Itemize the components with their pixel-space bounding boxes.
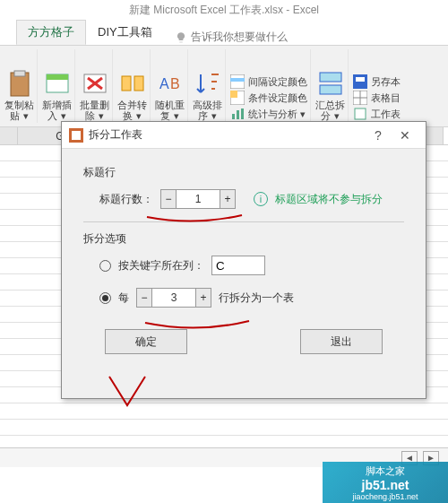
every-rows-stepper: − 3 + bbox=[136, 288, 211, 308]
ribbon-sort-label: 高级排 序 ▾ bbox=[193, 100, 222, 121]
svg-rect-18 bbox=[320, 73, 341, 82]
keyword-column-input[interactable] bbox=[211, 256, 265, 275]
ribbon-interval-color[interactable]: 间隔设定颜色 bbox=[230, 74, 307, 89]
ribbon-right-group: 另存本 表格目 工作表 bbox=[350, 49, 403, 123]
ribbon-split-label: 汇总拆 分 ▾ bbox=[315, 100, 345, 121]
ribbon-tabs: 方方格子 DIY工具箱 告诉我你想要做什么 bbox=[0, 20, 448, 45]
save-icon bbox=[353, 74, 367, 89]
radio-every-rows[interactable] bbox=[99, 292, 111, 304]
svg-rect-19 bbox=[320, 85, 341, 94]
ribbon-color-group: 间隔设定颜色 条件设定颜色 统计与分析 ▾ bbox=[228, 49, 311, 123]
ribbon-advsort[interactable]: 高级排 序 ▾ bbox=[190, 49, 226, 123]
insert-icon bbox=[43, 69, 72, 98]
ribbon-copy-label: 复制粘 贴 ▾ bbox=[4, 100, 34, 121]
stats-icon bbox=[230, 107, 245, 121]
ribbon-worksheet[interactable]: 工作表 bbox=[353, 107, 401, 121]
app-titlebar: 新建 Microsoft Excel 工作表.xlsx - Excel bbox=[0, 0, 448, 20]
svg-rect-15 bbox=[232, 114, 235, 119]
split-worksheet-dialog: 拆分工作表 ? ✕ 标题行 标题行数： − 1 + i 标题区域将不参与拆分 拆… bbox=[61, 121, 426, 399]
section-title-rows: 标题行 bbox=[83, 165, 404, 180]
ribbon-merge[interactable]: 合并转 换 ▾ bbox=[115, 49, 151, 123]
ribbon-tablefmt[interactable]: 表格目 bbox=[353, 91, 401, 105]
every-rows-minus[interactable]: − bbox=[136, 288, 152, 308]
radio-by-keyword[interactable] bbox=[99, 260, 111, 272]
svg-text:A: A bbox=[159, 76, 169, 91]
label-title-rows: 标题行数： bbox=[99, 192, 153, 207]
table-icon bbox=[353, 91, 367, 105]
ribbon-split-sum[interactable]: 汇总拆 分 ▾ bbox=[313, 49, 349, 123]
tab-diy-toolbox[interactable]: DIY工具箱 bbox=[86, 20, 164, 45]
svg-rect-12 bbox=[230, 78, 245, 82]
ribbon-random-label: 随机重 复 ▾ bbox=[155, 100, 185, 121]
dialog-icon bbox=[69, 128, 83, 143]
title-rows-stepper: − 1 + bbox=[160, 189, 236, 209]
delete-icon bbox=[81, 69, 109, 98]
ribbon-random[interactable]: AB 随机重 复 ▾ bbox=[152, 49, 188, 123]
split-icon bbox=[316, 69, 345, 98]
svg-rect-8 bbox=[134, 76, 143, 91]
svg-rect-16 bbox=[237, 110, 239, 119]
merge-icon bbox=[118, 69, 147, 98]
svg-rect-27 bbox=[72, 131, 81, 140]
svg-rect-25 bbox=[355, 108, 366, 119]
sheet-icon bbox=[353, 107, 367, 121]
ribbon: 复制粘 贴 ▾ 新增插 入 ▾ 批量删 除 ▾ 合并转 换 ▾ AB 随机重 复… bbox=[0, 45, 448, 127]
grid-color-icon bbox=[230, 74, 245, 89]
sort-icon bbox=[194, 69, 222, 98]
ribbon-insert-label: 新增插 入 ▾ bbox=[42, 100, 72, 121]
title-rows-plus[interactable]: + bbox=[220, 189, 236, 209]
section-split-options: 拆分选项 bbox=[83, 231, 404, 247]
title-rows-value[interactable]: 1 bbox=[177, 189, 220, 209]
svg-rect-17 bbox=[241, 108, 244, 119]
svg-text:B: B bbox=[170, 76, 180, 91]
watermark: 脚本之家 jb51.net jiaocheng.jb51.net bbox=[323, 462, 448, 503]
info-icon: i bbox=[254, 192, 268, 206]
every-rows-plus[interactable]: + bbox=[195, 288, 211, 308]
ribbon-cond-color[interactable]: 条件设定颜色 bbox=[230, 91, 307, 105]
annotation-underline-1 bbox=[145, 213, 244, 226]
tell-me-label: 告诉我你想要做什么 bbox=[191, 30, 288, 45]
svg-rect-7 bbox=[122, 76, 131, 91]
svg-rect-3 bbox=[47, 74, 68, 80]
svg-rect-1 bbox=[14, 71, 25, 76]
clipboard-icon bbox=[5, 69, 34, 98]
title-rows-hint: 标题区域将不参与拆分 bbox=[275, 192, 383, 207]
ribbon-saveas[interactable]: 另存本 bbox=[353, 74, 401, 89]
label-every-prefix: 每 bbox=[118, 291, 129, 306]
ribbon-delete-label: 批量删 除 ▾ bbox=[80, 100, 109, 121]
tab-fangfang[interactable]: 方方格子 bbox=[16, 20, 86, 45]
ribbon-copy-paste[interactable]: 复制粘 贴 ▾ bbox=[2, 49, 38, 123]
label-by-keyword: 按关键字所在列： bbox=[118, 258, 204, 273]
label-every-suffix: 行拆分为一个表 bbox=[219, 291, 294, 306]
col-head-blank[interactable] bbox=[0, 127, 18, 144]
divider bbox=[83, 221, 404, 222]
tell-me[interactable]: 告诉我你想要做什么 bbox=[175, 30, 288, 45]
ribbon-batch-delete[interactable]: 批量删 除 ▾ bbox=[77, 49, 113, 123]
ribbon-insert[interactable]: 新增插 入 ▾ bbox=[39, 49, 75, 123]
svg-rect-14 bbox=[230, 91, 237, 98]
cancel-button[interactable]: 退出 bbox=[300, 329, 383, 354]
random-icon: AB bbox=[156, 69, 185, 98]
dialog-close-button[interactable]: ✕ bbox=[392, 128, 418, 143]
annotation-arrow bbox=[100, 375, 154, 411]
annotation-underline-2 bbox=[143, 319, 251, 334]
svg-rect-21 bbox=[356, 77, 365, 82]
cond-color-icon bbox=[230, 91, 245, 105]
dialog-titlebar[interactable]: 拆分工作表 ? ✕ bbox=[62, 122, 426, 149]
ribbon-stats[interactable]: 统计与分析 ▾ bbox=[230, 107, 306, 121]
title-rows-minus[interactable]: − bbox=[160, 189, 177, 209]
dialog-help-button[interactable]: ? bbox=[365, 128, 392, 143]
dialog-title: 拆分工作表 bbox=[89, 127, 365, 143]
ribbon-merge-label: 合并转 换 ▾ bbox=[117, 100, 147, 121]
bulb-icon bbox=[175, 31, 187, 44]
every-rows-value[interactable]: 3 bbox=[152, 288, 195, 308]
